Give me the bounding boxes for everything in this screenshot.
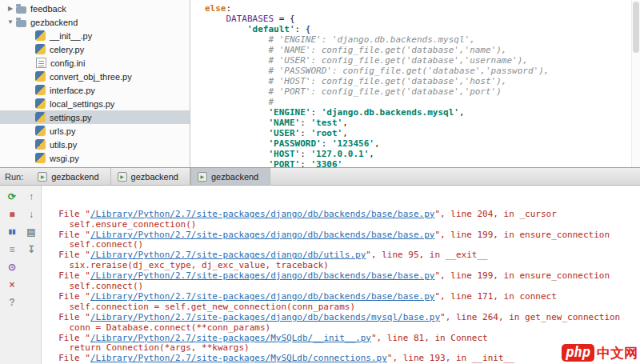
run-console-icon: ▶ (198, 172, 207, 182)
tree-item-label: convert_obj_three.py (50, 72, 132, 82)
run-tab-label: gezbackend (211, 172, 258, 182)
play-icon: ▶ (201, 174, 205, 179)
editor-scrollbar-thumb[interactable] (633, 2, 639, 53)
code-line: # 'NAME': config_file.get('database','na… (205, 45, 629, 55)
folder-icon (16, 6, 26, 14)
console-area: ⟳■▮▮≡⊙×?↑↓▤↧ File "/Library/Python/2.7/s… (0, 186, 640, 364)
toolbar-col-right: ↑↓▤↧ (22, 189, 40, 364)
project-tree: ▶feedback▼gezbackend__init__.pycelery.py… (0, 0, 190, 167)
tree-item-label: gezbackend (30, 18, 78, 27)
code-line: # 'HOST': config_file.get('database','ho… (205, 76, 629, 86)
editor-scrollbar[interactable] (631, 0, 640, 167)
python-icon (35, 98, 46, 109)
pin-icon[interactable]: ⊙ (3, 259, 21, 274)
folder-icon (16, 20, 26, 27)
python-icon (35, 71, 46, 82)
stop-icon[interactable]: ■ (3, 206, 21, 222)
code-line: 'default': { (205, 24, 629, 34)
python-icon (35, 44, 46, 54)
tree-item-wsgi-py[interactable]: wsgi.py (0, 151, 190, 165)
tree-item-interface-py[interactable]: interface.py (0, 83, 190, 97)
python-icon (35, 30, 46, 41)
chevron-down-icon[interactable]: ▼ (5, 18, 16, 26)
tree-item-utils-py[interactable]: utils.py (0, 138, 190, 151)
code-line: # 'USER': config_file.get('database','us… (205, 55, 629, 66)
run-tabs: ▶gezbackend▶gezbackend▶gezbackend (31, 168, 270, 185)
help-icon[interactable]: ? (3, 294, 21, 310)
code-line: 'HOST': '127.0.0.1', (205, 149, 629, 159)
ide-window: ▶feedback▼gezbackend__init__.pycelery.py… (0, 0, 640, 364)
code-line: # 'ENGINE': 'django.db.backends.mysql', (205, 34, 629, 45)
watermark: php 中文网 (562, 344, 638, 362)
tree-item-label: local_settings.py (50, 99, 114, 109)
stack-frame-link[interactable]: /Library/Python/2.7/site-packages/django… (90, 209, 434, 219)
python-icon (35, 153, 46, 163)
close-icon[interactable]: × (3, 277, 21, 292)
tree-item-label: urls.py (50, 126, 75, 136)
editor-code[interactable]: else: DATABASES = { 'default': { # 'ENGI… (190, 0, 640, 167)
code-line: 'USER': 'root', (205, 128, 629, 138)
tree-item-label: config.ini (50, 58, 85, 68)
tree-item-celery-py[interactable]: celery.py (0, 42, 190, 56)
tree-item-label: celery.py (50, 45, 84, 54)
console-settings-icon[interactable]: ▤ (22, 224, 40, 239)
rerun-icon[interactable]: ⟳ (3, 189, 21, 204)
restore-layout-icon[interactable]: ≡ (3, 242, 21, 257)
console-output[interactable]: File "/Library/Python/2.7/site-packages/… (42, 186, 640, 364)
code-line: # (205, 97, 629, 107)
up-arrow-icon[interactable]: ↑ (22, 189, 40, 204)
code-line: DATABASES = { (205, 14, 629, 24)
code-line: 'ENGINE': 'django.db.backends.mysql', (205, 107, 629, 118)
code-line: # 'PORT': config_file.get('database','po… (205, 86, 629, 97)
scroll-to-end-icon[interactable]: ↧ (22, 242, 40, 257)
code-line: 'PASSWORD': '123456', (205, 138, 629, 149)
run-console-icon: ▶ (38, 172, 47, 182)
code-line: 'PORT': '3306' (205, 159, 629, 167)
pause-icon[interactable]: ▮▮ (3, 224, 21, 239)
stack-frame-link[interactable]: /Library/Python/2.7/site-packages/django… (90, 270, 434, 281)
stack-frame-link[interactable]: /Library/Python/2.7/site-packages/MySQLd… (90, 333, 371, 343)
tree-item-feedback[interactable]: ▶feedback (0, 2, 190, 15)
python-icon (35, 85, 46, 95)
stack-frame-link[interactable]: /Library/Python/2.7/site-packages/django… (90, 230, 434, 240)
toolbar-col-left: ⟳■▮▮≡⊙×? (3, 189, 21, 364)
tree-item-config-ini[interactable]: config.ini (0, 56, 190, 70)
run-console-icon: ▶ (118, 172, 127, 182)
chevron-right-icon[interactable]: ▶ (5, 5, 16, 12)
ini-icon (36, 58, 46, 68)
code-line: # 'PASSWORD': config_file.get('database'… (205, 66, 629, 76)
watermark-php-logo: php (562, 344, 594, 362)
stack-frame-link[interactable]: /Library/Python/2.7/site-packages/django… (90, 291, 434, 302)
tree-item-gezbackend[interactable]: ▼gezbackend (0, 15, 190, 29)
run-tab-2[interactable]: ▶gezbackend (190, 168, 270, 185)
run-tab-1[interactable]: ▶gezbackend (111, 168, 190, 185)
run-label: Run: (0, 168, 31, 185)
tree-item-init-py[interactable]: __init__.py (0, 29, 190, 42)
console-toolbar: ⟳■▮▮≡⊙×?↑↓▤↧ (0, 186, 42, 364)
run-tab-label: gezbackend (131, 172, 178, 182)
tree-item-urls-py[interactable]: urls.py (0, 124, 190, 138)
down-arrow-icon[interactable]: ↓ (22, 206, 40, 222)
tree-item-convert-obj-three-py[interactable]: convert_obj_three.py (0, 70, 190, 83)
tree-item-label: utils.py (50, 140, 77, 150)
editor-pane[interactable]: else: DATABASES = { 'default': { # 'ENGI… (190, 0, 640, 167)
run-tool-window-header: Run: ▶gezbackend▶gezbackend▶gezbackend (0, 167, 640, 186)
python-icon (35, 112, 46, 122)
run-tab-0[interactable]: ▶gezbackend (31, 168, 110, 185)
python-icon (35, 139, 46, 150)
code-line: 'NAME': 'test', (205, 118, 629, 128)
stack-frame-link[interactable]: /Library/Python/2.7/site-packages/django… (90, 250, 366, 260)
tree-item-label: interface.py (50, 86, 95, 95)
play-icon: ▶ (120, 174, 124, 179)
tree-item-label: settings.py (50, 113, 92, 122)
stack-frame-link[interactable]: /Library/Python/2.7/site-packages/MySQLd… (90, 353, 387, 363)
console-line: File "/Library/Python/2.7/site-packages/… (48, 354, 637, 364)
python-icon (35, 126, 46, 136)
tree-item-label: feedback (30, 4, 66, 14)
tree-item-settings-py[interactable]: settings.py (0, 110, 190, 124)
tree-item-local-settings-py[interactable]: local_settings.py (0, 97, 190, 110)
tree-item-label: wsgi.py (50, 154, 79, 163)
stack-frame-link[interactable]: /Library/Python/2.7/site-packages/django… (90, 312, 440, 322)
top-area: ▶feedback▼gezbackend__init__.pycelery.py… (0, 0, 640, 167)
tree-item-label: __init__.py (50, 31, 92, 41)
